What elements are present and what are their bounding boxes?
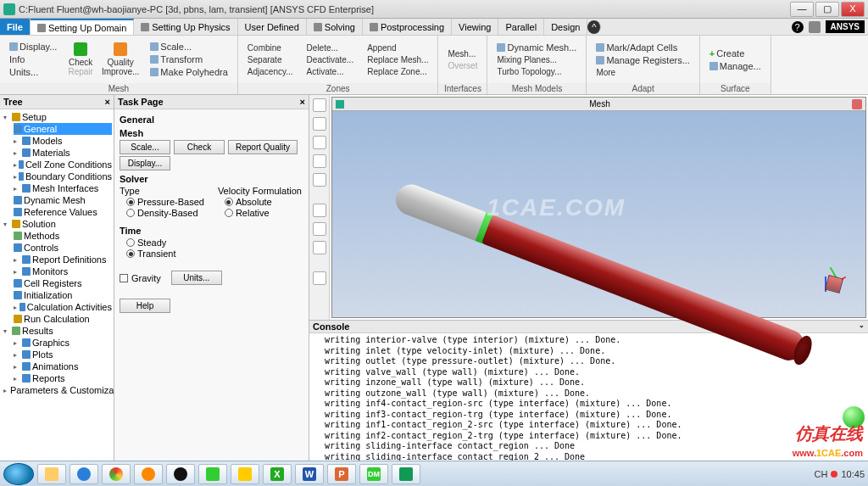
taskbar-explorer[interactable]: [37, 464, 66, 484]
manage-registers-button[interactable]: Manage Registers...: [593, 54, 692, 66]
task-close-button[interactable]: ×: [300, 97, 305, 107]
transient-radio[interactable]: Transient: [126, 249, 303, 259]
window-minimize-button[interactable]: —: [790, 2, 814, 17]
rotate-tool[interactable]: [313, 98, 326, 112]
transform-button[interactable]: Transform: [147, 53, 231, 65]
tree-cell-registers[interactable]: Cell Registers: [14, 277, 112, 289]
mixing-planes-button[interactable]: Mixing Planes...: [494, 54, 579, 65]
append-button[interactable]: Append: [364, 42, 431, 53]
tree-graphics[interactable]: Graphics: [14, 337, 112, 349]
graphics-viewport[interactable]: Mesh 1CAE.COM: [331, 97, 866, 318]
tree-plots[interactable]: Plots: [14, 349, 112, 360]
turbo-topology-button[interactable]: Turbo Topology...: [494, 66, 579, 77]
taskbar-qq[interactable]: [166, 464, 195, 484]
copy-view-tool[interactable]: [313, 271, 326, 285]
collapse-ribbon-button[interactable]: ^: [587, 20, 601, 34]
tree-reference-values[interactable]: Reference Values: [14, 206, 112, 218]
window-maximize-button[interactable]: ▢: [815, 2, 839, 17]
start-button[interactable]: [3, 463, 34, 485]
taskbar-word[interactable]: W: [295, 464, 324, 484]
console-collapse-button[interactable]: ⌄: [859, 321, 865, 332]
tree-monitors[interactable]: Monitors: [14, 265, 112, 277]
tab-viewing[interactable]: Viewing: [452, 19, 498, 35]
tree-report-definitions[interactable]: Report Definitions: [14, 254, 112, 265]
tab-setting-up-physics[interactable]: Setting Up Physics: [134, 19, 237, 35]
system-tray[interactable]: CH 10:45: [815, 469, 865, 479]
tray-icon[interactable]: [831, 471, 837, 478]
delete-button[interactable]: Delete...: [304, 42, 357, 53]
pan-tool[interactable]: [313, 117, 326, 131]
tab-solving[interactable]: Solving: [307, 19, 363, 35]
density-based-radio[interactable]: Density-Based: [126, 208, 204, 218]
units-button[interactable]: Units...: [7, 66, 59, 78]
zoom-out-tool[interactable]: [313, 241, 326, 254]
tree-calc-activities[interactable]: Calculation Activities: [14, 301, 112, 313]
tree-dynamic-mesh[interactable]: Dynamic Mesh: [14, 194, 112, 206]
report-quality-button[interactable]: Report Quality: [228, 140, 298, 154]
taskbar-wechat[interactable]: [198, 464, 227, 484]
taskbar-chrome[interactable]: [102, 464, 131, 484]
dynamic-mesh-button[interactable]: Dynamic Mesh...: [494, 42, 579, 53]
box-zoom-tool[interactable]: [313, 154, 326, 168]
tab-user-defined[interactable]: User Defined: [238, 19, 307, 35]
display-mesh-button[interactable]: Display...: [120, 156, 170, 170]
steady-radio[interactable]: Steady: [126, 237, 303, 248]
taskbar-app1[interactable]: [231, 464, 259, 484]
tree-controls[interactable]: Controls: [14, 242, 112, 254]
zoom-in-tool[interactable]: [313, 222, 326, 236]
taskbar-excel[interactable]: X: [263, 464, 292, 484]
tree-cell-zone-conditions[interactable]: Cell Zone Conditions: [14, 159, 112, 170]
deactivate-button[interactable]: Deactivate...: [304, 54, 357, 65]
tree-parameters[interactable]: Parameters & Customiza: [3, 384, 112, 396]
clock[interactable]: 10:45: [841, 469, 865, 479]
fit-tool[interactable]: [313, 204, 326, 217]
display-button[interactable]: Display...: [7, 41, 59, 53]
more-adapt-button[interactable]: More: [593, 67, 692, 78]
units-button-task[interactable]: Units...: [171, 271, 222, 285]
separate-button[interactable]: Separate: [245, 54, 296, 65]
tab-postprocessing[interactable]: Postprocessing: [363, 19, 452, 35]
tree-close-button[interactable]: ×: [105, 97, 110, 107]
manage-surface-button[interactable]: Manage...: [707, 60, 764, 72]
axis-triad[interactable]: [818, 266, 852, 300]
replace-mesh-button[interactable]: Replace Mesh...: [364, 54, 431, 65]
tree-boundary-conditions[interactable]: Boundary Conditions: [14, 170, 112, 182]
tree-materials[interactable]: Materials: [14, 147, 112, 159]
tree-results[interactable]: Results: [3, 325, 112, 337]
pressure-based-radio[interactable]: Pressure-Based: [126, 197, 204, 207]
activate-button[interactable]: Activate...: [304, 66, 357, 77]
tab-setting-up-domain[interactable]: Setting Up Domain: [31, 19, 134, 35]
replace-zone-button[interactable]: Replace Zone...: [364, 66, 431, 77]
tree-solution[interactable]: Solution: [3, 218, 112, 230]
taskbar-dm[interactable]: DM: [359, 464, 388, 484]
tab-parallel[interactable]: Parallel: [498, 19, 544, 35]
zoom-tool[interactable]: [313, 136, 326, 149]
make-polyhedra-button[interactable]: Make Polyhedra: [147, 66, 231, 78]
outline-tree[interactable]: Setup General Models Materials Cell Zone…: [0, 109, 114, 461]
file-menu[interactable]: File: [0, 19, 31, 35]
absolute-radio[interactable]: Absolute: [225, 197, 302, 207]
tree-methods[interactable]: Methods: [14, 230, 112, 242]
tree-run-calculation[interactable]: Run Calculation: [14, 313, 112, 325]
combine-button[interactable]: Combine: [245, 42, 296, 53]
layout-icon[interactable]: [809, 21, 821, 33]
tree-initialization[interactable]: Initialization: [14, 289, 112, 301]
info-button[interactable]: Info: [7, 53, 59, 65]
scale-mesh-button[interactable]: Scale...: [120, 140, 170, 154]
help-button[interactable]: Help: [120, 299, 170, 313]
adjacency-button[interactable]: Adjacency...: [245, 66, 296, 77]
relative-radio[interactable]: Relative: [225, 208, 302, 218]
check-button[interactable]: CheckRepair: [64, 37, 96, 81]
gravity-checkbox[interactable]: [120, 274, 128, 282]
window-close-button[interactable]: X: [841, 2, 865, 17]
taskbar-ppt[interactable]: P: [327, 464, 356, 484]
mark-adapt-button[interactable]: Mark/Adapt Cells: [593, 42, 692, 53]
scale-button[interactable]: Scale...: [147, 41, 231, 53]
create-surface-button[interactable]: +Create: [707, 47, 764, 59]
ime-indicator[interactable]: CH: [815, 469, 828, 479]
mesh-interfaces-button[interactable]: Mesh...: [445, 48, 480, 59]
probe-tool[interactable]: [313, 173, 326, 187]
tree-models[interactable]: Models: [14, 135, 112, 147]
taskbar-fluent[interactable]: [392, 464, 420, 484]
taskbar-media[interactable]: [134, 464, 163, 484]
